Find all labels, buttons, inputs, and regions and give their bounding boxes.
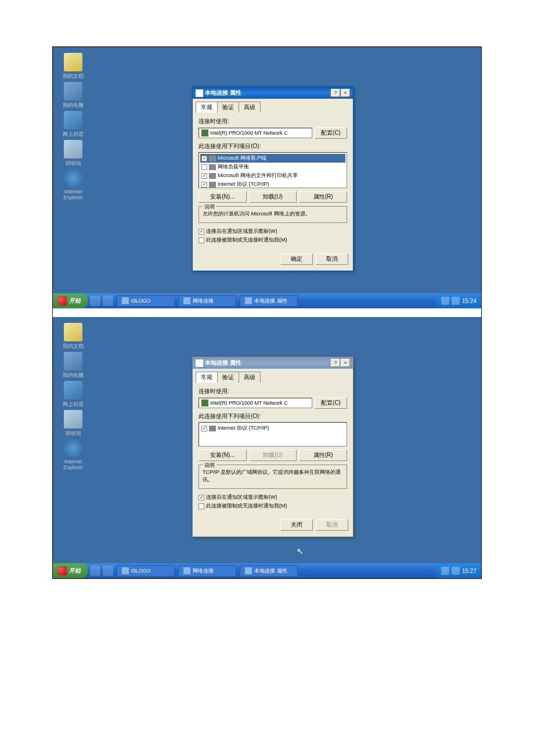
cancel-button[interactable]: 取消 — [316, 253, 348, 265]
computer-icon — [64, 82, 82, 100]
tray-icon[interactable] — [441, 297, 449, 305]
network-icon — [64, 111, 82, 129]
show-icon-checkbox[interactable] — [199, 495, 204, 501]
desktop-icon-recycle[interactable]: 回收站 — [59, 410, 88, 437]
network-icon — [64, 381, 82, 399]
connect-using-label: 连接时使用: — [199, 117, 347, 125]
items-listbox[interactable]: Internet 协议 (TCP/IP) — [199, 422, 347, 447]
clock: 15:27 — [462, 568, 477, 574]
tray-icon[interactable] — [452, 567, 460, 575]
dialog-icon — [245, 567, 252, 574]
taskbar-item-folder[interactable]: t3LOGO — [117, 295, 175, 307]
desktop-icon-mycomputer[interactable]: 我的电脑 — [59, 82, 88, 109]
desktop-icon-mycomputer[interactable]: 我的电脑 — [59, 352, 88, 379]
close-dialog-button[interactable]: 关闭 — [280, 519, 313, 531]
tab-general[interactable]: 常规 — [196, 372, 218, 383]
list-item[interactable]: Internet 协议 (TCP/IP) — [200, 180, 345, 188]
tray-icon[interactable] — [452, 297, 460, 305]
taskbar: 开始 t3LOGO 网络连接 本地连接 属性 15:27 — [53, 563, 481, 578]
nic-icon — [201, 129, 208, 136]
service-icon — [209, 173, 216, 179]
tab-general[interactable]: 常规 — [196, 102, 218, 113]
start-button[interactable]: 开始 — [53, 563, 88, 578]
lan-properties-dialog: 本地连接 属性 ? × 常规 验证 高级 连接时使用: Intel(R) PRO… — [192, 87, 353, 271]
desktop-icon-network[interactable]: 网上邻居 — [59, 381, 88, 408]
desktop-icon-mydocs[interactable]: 我的文档 — [59, 53, 88, 80]
list-item[interactable]: Microsoft 网络客户端 — [200, 154, 345, 163]
show-icon-checkbox[interactable] — [199, 229, 204, 235]
show-icon-label: 连接后在通知区域显示图标(W) — [206, 494, 277, 501]
taskbar-item-network[interactable]: 网络连接 — [178, 295, 236, 307]
taskbar-item-network[interactable]: 网络连接 — [178, 565, 236, 577]
notify-label: 此连接被限制或无连接时通知我(M) — [206, 236, 287, 244]
dialog-icon — [245, 297, 252, 304]
items-label: 此连接使用下列项目(O): — [199, 142, 347, 150]
description-text: 允许您的计算机访问 Microsoft 网络上的资源。 — [203, 211, 311, 217]
items-label: 此连接使用下列项目(O): — [199, 412, 347, 420]
dialog-icon — [196, 89, 203, 97]
folder-icon — [122, 567, 129, 574]
folder-icon — [122, 297, 129, 304]
uninstall-button: 卸载(U) — [249, 449, 297, 461]
configure-button[interactable]: 配置(C) — [315, 127, 347, 139]
folder-icon — [64, 53, 82, 71]
list-item[interactable]: Internet 协议 (TCP/IP) — [200, 424, 345, 433]
description-group: 说明 TCP/IP 是默认的广域网协议。它提供跨越多种互联网络的通讯。 — [199, 465, 347, 489]
tab-auth[interactable]: 验证 — [217, 372, 239, 383]
taskbar-item-folder[interactable]: t3LOGO — [117, 565, 175, 577]
desktop-icon-recycle[interactable]: 回收站 — [59, 140, 88, 167]
quicklaunch-button[interactable] — [103, 296, 113, 306]
items-listbox[interactable]: Microsoft 网络客户端 网络负载平衡 Microsoft 网络的文件和打… — [199, 152, 347, 188]
start-button[interactable]: 开始 — [53, 293, 88, 308]
desktop-icon-mydocs[interactable]: 我的文档 — [59, 323, 88, 350]
desktop-icon-network[interactable]: 网上邻居 — [59, 111, 88, 138]
device-name-field: Intel(R) PRO/1000 MT Network C — [199, 128, 312, 138]
uninstall-button[interactable]: 卸载(U) — [249, 191, 297, 203]
checkbox[interactable] — [201, 156, 207, 161]
desktop-icon-ie[interactable]: Internet Explorer — [59, 439, 88, 470]
quicklaunch-button[interactable] — [103, 566, 113, 576]
taskbar-item-properties[interactable]: 本地连接 属性 — [240, 565, 298, 577]
taskbar-item-properties[interactable]: 本地连接 属性 — [240, 295, 298, 307]
system-tray[interactable]: 15:24 — [436, 293, 481, 308]
titlebar[interactable]: 本地连接 属性 ? × — [193, 357, 353, 369]
ok-button[interactable]: 确定 — [280, 253, 313, 265]
protocol-icon — [209, 426, 216, 431]
quicklaunch-button[interactable] — [90, 566, 100, 576]
clock: 15:24 — [462, 298, 477, 304]
cursor-icon: ↖ — [297, 546, 304, 557]
close-button[interactable]: × — [341, 89, 350, 97]
ie-icon — [64, 169, 82, 188]
help-button[interactable]: ? — [331, 359, 340, 367]
checkbox[interactable] — [201, 173, 207, 179]
install-button[interactable]: 安装(N)... — [199, 191, 247, 203]
checkbox[interactable] — [201, 426, 207, 431]
nic-icon — [201, 399, 208, 406]
quicklaunch-button[interactable] — [90, 296, 100, 306]
checkbox[interactable] — [201, 164, 207, 170]
system-tray[interactable]: 15:27 — [436, 563, 481, 578]
computer-icon — [64, 352, 82, 370]
tab-auth[interactable]: 验证 — [217, 102, 239, 113]
tray-icon[interactable] — [441, 567, 449, 575]
notify-checkbox[interactable] — [199, 503, 204, 509]
list-item[interactable]: Microsoft 网络的文件和打印机共享 — [200, 171, 345, 180]
titlebar[interactable]: 本地连接 属性 ? × — [193, 87, 353, 99]
list-item[interactable]: 网络负载平衡 — [200, 163, 345, 171]
checkbox[interactable] — [201, 182, 207, 188]
install-button[interactable]: 安装(N)... — [199, 449, 247, 461]
tab-advanced[interactable]: 高级 — [239, 372, 261, 383]
properties-button[interactable]: 属性(R) — [299, 449, 347, 461]
taskbar: 开始 t3LOGO 网络连接 本地连接 属性 15:24 — [53, 293, 481, 308]
notify-checkbox[interactable] — [199, 237, 204, 243]
description-legend: 说明 — [203, 462, 217, 469]
tab-advanced[interactable]: 高级 — [239, 102, 261, 113]
configure-button[interactable]: 配置(C) — [315, 397, 347, 409]
windows-logo-icon — [57, 296, 67, 305]
close-button[interactable]: × — [341, 359, 350, 367]
help-button[interactable]: ? — [331, 89, 340, 97]
network-icon — [183, 567, 190, 574]
recycle-icon — [64, 410, 82, 429]
desktop-icon-ie[interactable]: Internet Explorer — [59, 169, 88, 200]
properties-button[interactable]: 属性(R) — [299, 191, 347, 203]
